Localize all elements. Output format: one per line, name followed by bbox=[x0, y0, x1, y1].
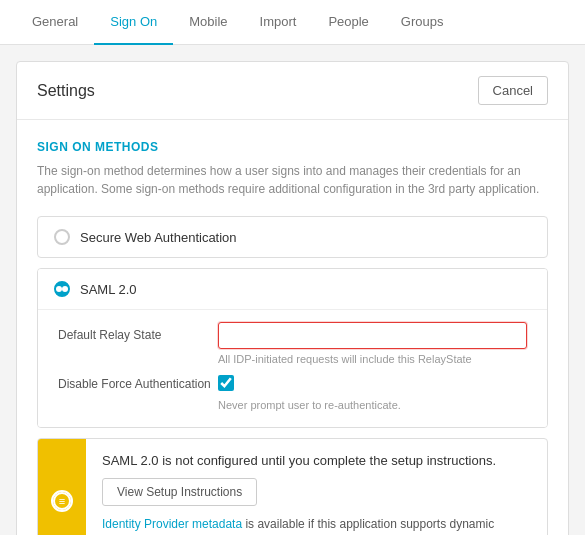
tab-general[interactable]: General bbox=[16, 0, 94, 45]
info-icon: ≡ bbox=[51, 490, 73, 512]
section-description: The sign-on method determines how a user… bbox=[37, 162, 548, 198]
radio-option-swa[interactable]: Secure Web Authentication bbox=[37, 216, 548, 258]
tab-people[interactable]: People bbox=[312, 0, 384, 45]
force-auth-label: Disable Force Authentication bbox=[58, 375, 218, 391]
relay-state-hint: All IDP-initiated requests will include … bbox=[218, 353, 527, 365]
tab-groups[interactable]: Groups bbox=[385, 0, 460, 45]
settings-title: Settings bbox=[37, 82, 95, 100]
force-auth-checkbox-wrap: Never prompt user to re-authenticate. bbox=[218, 375, 527, 411]
settings-header: Settings Cancel bbox=[17, 62, 568, 120]
cancel-button[interactable]: Cancel bbox=[478, 76, 548, 105]
radio-label-saml: SAML 2.0 bbox=[80, 282, 137, 297]
info-banner: ≡ SAML 2.0 is not configured until you c… bbox=[37, 438, 548, 535]
saml-option-container: SAML 2.0 Default Relay State All IDP-ini… bbox=[37, 268, 548, 428]
relay-state-input-wrap: All IDP-initiated requests will include … bbox=[218, 322, 527, 365]
radio-circle-swa bbox=[54, 229, 70, 245]
settings-card: Settings Cancel SIGN ON METHODS The sign… bbox=[16, 61, 569, 535]
force-auth-checkbox[interactable] bbox=[218, 375, 234, 391]
identity-provider-metadata-link[interactable]: Identity Provider metadata bbox=[102, 517, 242, 531]
saml-fields: Default Relay State All IDP-initiated re… bbox=[38, 309, 547, 427]
field-row-relay-state: Default Relay State All IDP-initiated re… bbox=[58, 322, 527, 365]
section-heading: SIGN ON METHODS bbox=[37, 140, 548, 154]
radio-option-saml[interactable]: SAML 2.0 bbox=[38, 269, 547, 309]
settings-content: SIGN ON METHODS The sign-on method deter… bbox=[17, 120, 568, 535]
tab-bar: General Sign On Mobile Import People Gro… bbox=[0, 0, 585, 45]
info-footer-text: Identity Provider metadata is available … bbox=[102, 516, 531, 535]
force-auth-hint: Never prompt user to re-authenticate. bbox=[218, 399, 527, 411]
relay-state-label: Default Relay State bbox=[58, 322, 218, 342]
checkbox-row-force-auth: Disable Force Authentication Never promp… bbox=[58, 375, 527, 411]
tab-mobile[interactable]: Mobile bbox=[173, 0, 243, 45]
info-banner-message: SAML 2.0 is not configured until you com… bbox=[102, 453, 531, 468]
radio-circle-saml bbox=[54, 281, 70, 297]
svg-text:≡: ≡ bbox=[59, 495, 65, 507]
info-banner-stripe: ≡ bbox=[38, 439, 86, 535]
tab-import[interactable]: Import bbox=[244, 0, 313, 45]
tab-sign-on[interactable]: Sign On bbox=[94, 0, 173, 45]
view-setup-instructions-button[interactable]: View Setup Instructions bbox=[102, 478, 257, 506]
info-banner-body: SAML 2.0 is not configured until you com… bbox=[86, 439, 547, 535]
radio-label-swa: Secure Web Authentication bbox=[80, 230, 237, 245]
relay-state-input[interactable] bbox=[218, 322, 527, 349]
